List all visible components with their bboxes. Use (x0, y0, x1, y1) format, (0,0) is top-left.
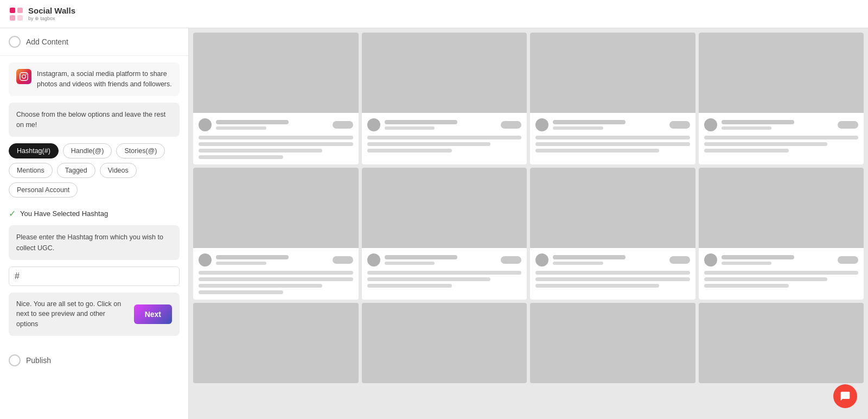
card-badge (838, 121, 858, 129)
card-lines (535, 271, 690, 288)
option-hashtag[interactable]: Hashtag(#) (9, 143, 59, 158)
card-line (199, 290, 283, 294)
add-content-circle (9, 36, 21, 48)
content-area (189, 28, 868, 419)
card-body (530, 113, 695, 158)
card-line (535, 149, 659, 153)
card-sub-line (216, 262, 266, 265)
card-line (367, 284, 452, 288)
card-line (535, 284, 659, 288)
card-lines (199, 136, 353, 159)
card-image (193, 33, 359, 113)
hashtag-input[interactable] (23, 272, 174, 280)
card-name-block (216, 255, 328, 265)
card-body (699, 248, 864, 293)
selected-info: ✓ You Have Selected Hashtag (0, 204, 188, 225)
card-name-block (553, 120, 665, 130)
option-stories[interactable]: Stories(@) (116, 143, 165, 158)
card-line (704, 277, 828, 281)
card-line (704, 149, 789, 153)
option-mentions[interactable]: Mentions (9, 163, 53, 178)
card-meta (367, 118, 522, 131)
card-name-line (553, 255, 626, 259)
card-badge (838, 256, 858, 264)
card-2 (362, 33, 527, 164)
option-personal-account[interactable]: Personal Account (9, 182, 78, 198)
card-sub-line (385, 262, 435, 265)
card-5 (193, 168, 359, 300)
card-name-block (385, 255, 497, 265)
card-name-line (722, 255, 794, 259)
card-name-block (553, 255, 665, 265)
card-lines (704, 136, 859, 153)
card-body (193, 248, 359, 300)
svg-rect-3 (17, 15, 23, 21)
card-6 (362, 168, 527, 300)
card-image (193, 168, 359, 248)
card-image (699, 33, 864, 113)
card-name-block (385, 120, 497, 130)
card-line (535, 271, 690, 275)
svg-rect-1 (17, 8, 23, 13)
sidebar: Add Content Instagram, a social media pl… (0, 28, 189, 419)
card-image (193, 303, 359, 383)
chat-bubble[interactable] (833, 384, 857, 408)
card-body (699, 113, 864, 158)
card-avatar (535, 118, 548, 131)
instagram-desc: Instagram, a social media platform to sh… (37, 69, 172, 90)
card-line (535, 136, 690, 139)
card-avatar (704, 118, 717, 131)
card-line (199, 277, 353, 281)
card-10 (362, 303, 527, 383)
card-meta (199, 118, 353, 131)
card-line (704, 142, 828, 146)
option-tagged[interactable]: Tagged (57, 163, 95, 178)
card-body (362, 248, 527, 293)
card-line (199, 155, 283, 159)
card-12 (699, 303, 864, 383)
card-line (199, 142, 353, 146)
card-1 (193, 33, 359, 164)
main-layout: Add Content Instagram, a social media pl… (0, 28, 868, 419)
card-avatar (199, 253, 212, 266)
card-lines (367, 136, 522, 153)
add-content-section: Add Content (0, 28, 188, 56)
card-image (362, 33, 527, 113)
card-image (362, 168, 527, 248)
card-image (530, 168, 695, 248)
header: Social Walls by ⊕ tagbox (0, 0, 868, 28)
card-11 (530, 303, 695, 383)
option-videos[interactable]: Videos (100, 163, 137, 178)
options-block: Hashtag(#) Handle(@) Stories(@) Mentions… (0, 143, 188, 204)
selected-text: You Have Selected Hashtag (20, 210, 108, 218)
logo-title: Social Walls (28, 7, 75, 16)
card-name-line (216, 120, 289, 124)
card-image (362, 303, 527, 383)
next-button[interactable]: Next (134, 304, 172, 324)
card-image (530, 303, 695, 383)
card-badge (501, 121, 521, 129)
card-3 (530, 33, 695, 164)
card-name-line (553, 120, 626, 124)
card-lines (367, 271, 522, 288)
card-line (704, 136, 859, 139)
card-avatar (367, 118, 380, 131)
card-line (704, 271, 859, 275)
card-meta (704, 118, 859, 131)
option-handle[interactable]: Handle(@) (63, 143, 112, 158)
card-avatar (535, 253, 548, 266)
card-line (367, 136, 522, 139)
instagram-info-block: Instagram, a social media platform to sh… (9, 62, 180, 96)
instagram-icon (16, 69, 31, 84)
card-image (699, 303, 864, 383)
card-name-line (722, 120, 794, 124)
card-sub-line (553, 126, 603, 130)
card-line (367, 271, 522, 275)
card-line (367, 277, 491, 281)
publish-label: Publish (26, 356, 51, 365)
card-body (193, 113, 359, 164)
card-8 (699, 168, 864, 300)
card-avatar (367, 253, 380, 266)
card-lines (535, 136, 690, 153)
card-badge (333, 121, 353, 129)
